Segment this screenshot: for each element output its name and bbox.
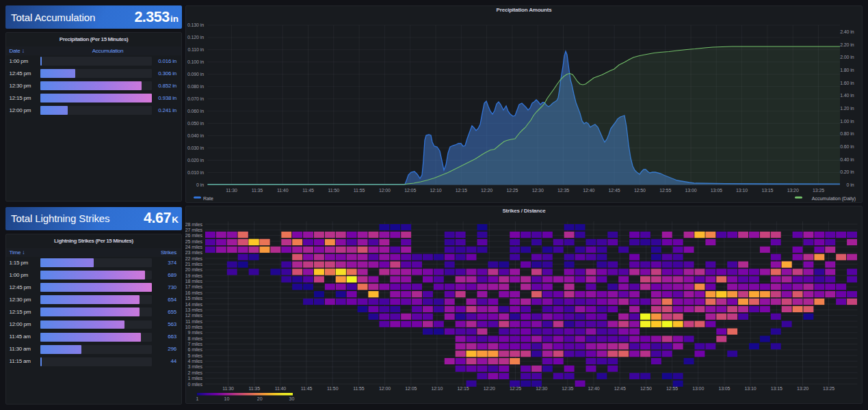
svg-text:0.100 in: 0.100 in	[187, 59, 204, 64]
svg-text:12:35: 12:35	[562, 386, 573, 391]
svg-text:0 in: 0 in	[847, 182, 854, 187]
svg-text:13:05: 13:05	[711, 188, 722, 193]
svg-text:11:50: 11:50	[327, 386, 339, 391]
svg-text:1.20 in: 1.20 in	[840, 106, 854, 111]
svg-text:12:05: 12:05	[405, 386, 417, 391]
svg-text:12:45: 12:45	[614, 386, 626, 391]
svg-text:0.130 in: 0.130 in	[187, 23, 204, 27]
svg-text:1.80 in: 1.80 in	[840, 68, 854, 72]
svg-text:0.60 in: 0.60 in	[840, 144, 854, 149]
svg-text:26 miles: 26 miles	[185, 233, 203, 238]
svg-text:30: 30	[289, 396, 295, 401]
svg-text:21 miles: 21 miles	[185, 262, 203, 266]
svg-text:10: 10	[224, 396, 230, 401]
svg-text:12:55: 12:55	[666, 386, 678, 391]
svg-text:12:10: 12:10	[430, 188, 441, 193]
svg-text:12:30: 12:30	[532, 188, 544, 193]
svg-text:2.40 in: 2.40 in	[840, 29, 854, 34]
svg-text:0 miles: 0 miles	[188, 381, 203, 386]
svg-text:18 miles: 18 miles	[185, 279, 203, 284]
svg-text:12:15: 12:15	[456, 188, 467, 193]
svg-text:12 miles: 12 miles	[185, 313, 203, 318]
svg-text:11:30: 11:30	[222, 386, 234, 391]
svg-text:22 miles: 22 miles	[185, 256, 203, 260]
svg-text:0.050 in: 0.050 in	[187, 121, 204, 126]
svg-text:28 miles: 28 miles	[185, 221, 203, 226]
svg-text:11:30: 11:30	[226, 188, 237, 193]
svg-text:6 miles: 6 miles	[188, 347, 203, 352]
svg-text:12:00: 12:00	[379, 188, 391, 193]
svg-text:0.120 in: 0.120 in	[187, 35, 204, 40]
svg-text:12:40: 12:40	[583, 188, 594, 193]
svg-text:2.20 in: 2.20 in	[840, 42, 854, 47]
svg-text:12:50: 12:50	[634, 188, 646, 193]
svg-text:13:25: 13:25	[823, 386, 834, 391]
svg-text:11:40: 11:40	[277, 188, 289, 193]
svg-text:11:45: 11:45	[301, 386, 313, 391]
svg-text:7 miles: 7 miles	[188, 342, 203, 346]
svg-text:12:45: 12:45	[609, 188, 620, 193]
svg-text:12:50: 12:50	[640, 386, 652, 391]
svg-text:0.060 in: 0.060 in	[187, 109, 204, 113]
svg-text:4 miles: 4 miles	[188, 359, 203, 364]
svg-text:15 miles: 15 miles	[185, 296, 203, 301]
svg-text:20 miles: 20 miles	[185, 267, 203, 272]
svg-text:13:10: 13:10	[736, 188, 748, 193]
svg-text:1.00 in: 1.00 in	[840, 119, 854, 124]
svg-text:0.80 in: 0.80 in	[840, 131, 854, 136]
svg-text:13:15: 13:15	[761, 188, 773, 193]
svg-text:27 miles: 27 miles	[185, 227, 203, 232]
svg-text:12:20: 12:20	[484, 386, 495, 391]
svg-text:0.40 in: 0.40 in	[840, 157, 854, 162]
svg-text:11:35: 11:35	[248, 386, 260, 391]
svg-text:1 miles: 1 miles	[188, 376, 203, 381]
svg-text:Accumulation (Daily): Accumulation (Daily)	[812, 196, 856, 202]
svg-text:2 miles: 2 miles	[188, 370, 203, 374]
svg-text:13:05: 13:05	[718, 386, 730, 391]
svg-text:0.010 in: 0.010 in	[187, 170, 204, 175]
svg-text:12:30: 12:30	[536, 386, 547, 391]
svg-text:13 miles: 13 miles	[185, 307, 203, 312]
svg-text:11:55: 11:55	[354, 188, 365, 193]
svg-text:25 miles: 25 miles	[185, 238, 203, 243]
svg-text:11:40: 11:40	[275, 386, 287, 391]
svg-text:5 miles: 5 miles	[188, 353, 203, 357]
svg-text:14 miles: 14 miles	[185, 301, 203, 306]
svg-text:0.20 in: 0.20 in	[840, 169, 854, 174]
svg-text:12:05: 12:05	[404, 188, 416, 193]
svg-text:12:00: 12:00	[379, 386, 391, 391]
svg-text:17 miles: 17 miles	[185, 284, 203, 289]
svg-text:1: 1	[196, 396, 199, 401]
svg-text:11:35: 11:35	[252, 188, 263, 193]
svg-text:Rate: Rate	[203, 196, 213, 201]
svg-text:0.020 in: 0.020 in	[187, 158, 204, 163]
svg-text:9 miles: 9 miles	[188, 330, 203, 335]
svg-text:20: 20	[257, 396, 263, 401]
svg-text:10 miles: 10 miles	[185, 324, 203, 329]
svg-text:8 miles: 8 miles	[188, 336, 203, 340]
svg-text:12:25: 12:25	[510, 386, 521, 391]
svg-text:11:45: 11:45	[302, 188, 314, 193]
svg-text:12:25: 12:25	[506, 188, 518, 193]
svg-text:0.070 in: 0.070 in	[187, 96, 204, 101]
svg-text:0.040 in: 0.040 in	[187, 133, 204, 138]
svg-text:13:00: 13:00	[692, 386, 704, 391]
svg-text:12:55: 12:55	[659, 188, 671, 193]
svg-text:0.110 in: 0.110 in	[187, 47, 204, 52]
svg-text:12:10: 12:10	[431, 386, 443, 391]
svg-text:12:15: 12:15	[458, 386, 469, 391]
svg-text:11 miles: 11 miles	[185, 318, 202, 323]
svg-text:13:20: 13:20	[797, 386, 808, 391]
svg-text:12:40: 12:40	[588, 386, 599, 391]
svg-text:12:20: 12:20	[481, 188, 492, 193]
svg-text:0.030 in: 0.030 in	[187, 146, 204, 150]
svg-text:24 miles: 24 miles	[185, 244, 203, 249]
svg-text:23 miles: 23 miles	[185, 250, 203, 255]
svg-text:0.080 in: 0.080 in	[187, 84, 204, 89]
svg-text:1.40 in: 1.40 in	[840, 93, 854, 98]
svg-text:0.090 in: 0.090 in	[187, 72, 204, 77]
svg-text:13:00: 13:00	[685, 188, 696, 193]
svg-text:13:20: 13:20	[787, 188, 799, 193]
svg-text:11:55: 11:55	[353, 386, 365, 391]
svg-text:3 miles: 3 miles	[188, 364, 203, 369]
